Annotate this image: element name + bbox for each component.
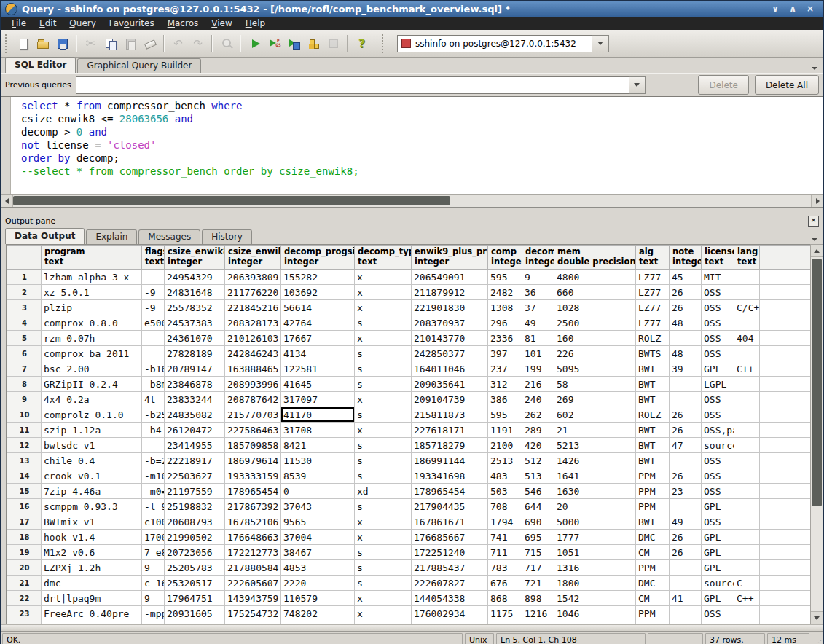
grid-cell[interactable] (734, 468, 760, 484)
grid-cell[interactable]: 1051 (554, 545, 636, 560)
grid-cell[interactable]: PPM (636, 560, 670, 576)
grid-cell[interactable]: -mpp (142, 606, 165, 621)
grid-cell[interactable]: 49 (522, 315, 554, 331)
grid-cell[interactable]: -b25 (142, 407, 165, 423)
grid-cell[interactable]: 48 (670, 346, 702, 361)
grid-cell[interactable]: 5000 (554, 514, 636, 530)
grid-cell[interactable]: 193333159 (225, 468, 281, 484)
grid-cell[interactable]: 26 (670, 285, 702, 300)
grid-cell[interactable]: 4853 (281, 560, 355, 576)
grid-cell[interactable]: 23833244 (165, 392, 225, 407)
grid-cell[interactable]: 20789147 (165, 361, 225, 377)
grid-cell[interactable]: PPM (636, 484, 670, 499)
grid-cell[interactable]: 215770703 (225, 407, 281, 423)
tab-data-output[interactable]: Data Output (5, 228, 85, 244)
copy-button[interactable] (101, 34, 120, 53)
grid-cell[interactable]: 185709858 (225, 438, 281, 453)
grid-cell[interactable]: 211776220 (225, 285, 281, 300)
row-number[interactable]: 18 (7, 530, 42, 545)
grid-cell[interactable]: 317097 (281, 392, 355, 407)
grid-cell[interactable]: 164011046 (412, 361, 488, 377)
grid-cell[interactable]: 48 (670, 315, 702, 331)
grid-cell[interactable]: 483 (488, 468, 522, 484)
grid-cell[interactable]: M1x2 v0.6 (42, 545, 142, 560)
grid-cell[interactable]: source (702, 576, 734, 591)
grid-cell[interactable]: 26120472 (165, 423, 225, 438)
grid-cell[interactable]: -l 9 (142, 499, 165, 514)
grid-cell[interactable] (734, 560, 760, 576)
grid-cell[interactable]: 602 (554, 407, 636, 423)
grid-cell[interactable]: x (355, 285, 412, 300)
grid-cell[interactable]: 193341698 (412, 468, 488, 484)
grid-cell[interactable]: BWT (636, 438, 670, 453)
grid-cell[interactable]: s (355, 545, 412, 560)
grid-cell[interactable]: szip 1.12a (42, 423, 142, 438)
grid-cell[interactable]: 741 (488, 530, 522, 545)
grid-cell[interactable]: 512 (522, 453, 554, 468)
row-number[interactable]: 11 (7, 423, 42, 438)
grid-cell[interactable]: 1316 (554, 560, 636, 576)
grid-cell[interactable]: source (702, 438, 734, 453)
grid-cell[interactable]: OSS (702, 392, 734, 407)
column-header-decomp_progsize[interactable]: decomp_progsizeinteger (281, 246, 355, 270)
grid-cell[interactable]: x (355, 591, 412, 606)
grid-cell[interactable]: 1542 (554, 591, 636, 606)
grid-cell[interactable]: 17667 (281, 331, 355, 346)
explain-query-button[interactable] (304, 34, 323, 53)
grid-cell[interactable]: 269 (554, 392, 636, 407)
grid-cell[interactable]: 178965454 (225, 484, 281, 499)
grid-cell[interactable]: OSS (702, 484, 734, 499)
grid-cell[interactable]: 289 (522, 423, 554, 438)
grid-cell[interactable]: BWT (636, 514, 670, 530)
column-header-flags[interactable]: flagstext (142, 246, 165, 270)
resize-grip[interactable]: ⋰ (812, 633, 822, 644)
grid-cell[interactable]: 206549091 (412, 270, 488, 285)
grid-cell[interactable]: 21197559 (165, 484, 225, 499)
grid-cell[interactable]: 58 (554, 377, 636, 392)
grid-cell[interactable]: comprox 0.8.0 (42, 315, 142, 331)
row-number[interactable]: 14 (7, 468, 42, 484)
grid-cell[interactable]: 20 (554, 499, 636, 514)
grid-cell[interactable]: 27828189 (165, 346, 225, 361)
row-number[interactable]: 5 (7, 331, 42, 346)
grid-cell[interactable]: 242846243 (225, 346, 281, 361)
grid-cell[interactable]: 17964751 (165, 591, 225, 606)
grid-cell[interactable]: 715 (522, 545, 554, 560)
grid-cell[interactable]: s (355, 499, 412, 514)
grid-cell[interactable]: 11530 (281, 453, 355, 468)
grid-cell[interactable]: -9 (142, 285, 165, 300)
grid-cell[interactable]: 1216 (522, 606, 554, 621)
column-header-mem[interactable]: memdouble precision (554, 246, 636, 270)
paste-button[interactable] (120, 34, 140, 53)
grid-cell[interactable]: 2220 (281, 576, 355, 591)
grid-cell[interactable]: 221845216 (225, 300, 281, 315)
grid-cell[interactable]: bsc 2.00 (42, 361, 142, 377)
grid-cell[interactable] (670, 606, 702, 621)
grid-cell[interactable]: 21 (554, 423, 636, 438)
grid-cell[interactable]: 36 (522, 285, 554, 300)
grid-cell[interactable]: 4800 (554, 270, 636, 285)
grid-cell[interactable]: 1028 (554, 300, 636, 315)
grid-cell[interactable]: 4t (142, 392, 165, 407)
grid-cell[interactable]: 20931605 (165, 606, 225, 621)
grid-cell[interactable] (142, 438, 165, 453)
execute-pgscript-button[interactable] (264, 34, 284, 53)
grid-cell[interactable]: 717 (522, 560, 554, 576)
grid-cell[interactable]: s (355, 346, 412, 361)
column-header-note[interactable]: noteinteger (670, 246, 702, 270)
menu-item-help[interactable]: Help (239, 17, 272, 30)
grid-cell[interactable]: crook v0.1 (42, 468, 142, 484)
tab-sql-editor[interactable]: SQL Editor (5, 57, 76, 73)
grid-cell[interactable]: GPL (702, 530, 734, 545)
grid-cell[interactable]: 676 (488, 576, 522, 591)
grid-cell[interactable]: 208370937 (412, 315, 488, 331)
grid-cell[interactable]: 783 (488, 560, 522, 576)
grid-cell[interactable] (670, 560, 702, 576)
row-number[interactable]: 17 (7, 514, 42, 530)
delete-button[interactable]: Delete (698, 75, 748, 95)
grid-cell[interactable]: 163888465 (225, 361, 281, 377)
grid-cell[interactable]: PPM (636, 499, 670, 514)
grid-cell[interactable]: 26 (670, 530, 702, 545)
grid-cell[interactable]: 7 e8 (142, 545, 165, 560)
grid-cell[interactable] (734, 346, 760, 361)
